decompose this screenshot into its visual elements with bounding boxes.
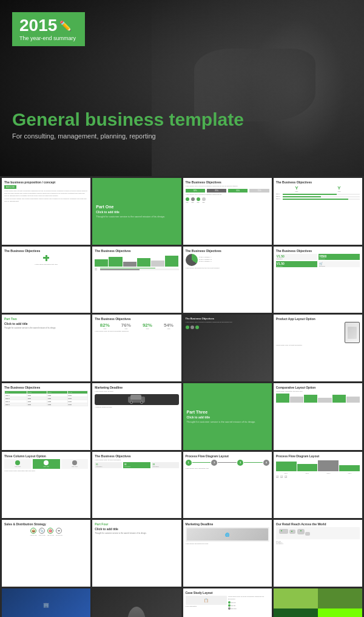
- slide-11-dot3: [195, 326, 199, 329]
- slide-3-text2: Lorem ipsum dolor sit amet consectetur a…: [186, 194, 269, 196]
- slide-10-stat3: 92% Value: [137, 322, 157, 329]
- slide-3-tag4: 75%: [249, 189, 269, 193]
- slide-17-footer: Lorem ipsum footer description text here…: [4, 470, 88, 472]
- part-three-sub: Thought for customer service is the sacr…: [187, 420, 268, 423]
- slide-23-img: 🌐: [186, 527, 269, 542]
- hero-main-title: General business template: [12, 109, 244, 130]
- hero-section: 2015 ✏️ The year-end summary General bus…: [0, 0, 364, 176]
- slide-1-body: Lorem ipsum dolor sit amet consectetur a…: [4, 190, 88, 197]
- slide-4-row2: Item 2: [276, 196, 282, 197]
- slide-1-body2: Ut enim ad minim veniam quis nostrud exe…: [4, 198, 88, 203]
- slide-6: The Business Objectives Item Item: [92, 247, 181, 313]
- slide-1-title: The business proposition / concept: [4, 180, 88, 184]
- slide-22-part-four: Part Four Click to add title Thought for…: [92, 520, 181, 587]
- slide-10-stat4: 54% Value: [158, 322, 178, 329]
- slide-24-map: [276, 527, 360, 539]
- slide-20-title: Process Flow Diagram Layout: [276, 454, 360, 458]
- slide-20-label4: Step 4: [340, 472, 360, 474]
- hero-title-block: General business template For consulting…: [12, 109, 244, 140]
- bar1: [95, 259, 108, 267]
- slide-10-stat1: 82% Value: [95, 322, 115, 329]
- slide-14-bottom: Additional detail text here.: [95, 406, 178, 408]
- slide-12-tablet: [345, 322, 360, 343]
- slide-7: The Business Objectives ● 35% Category A…: [183, 247, 272, 313]
- slide-16-body: Lorem ipsum description text goes here.: [276, 390, 360, 392]
- slide-13-table: Col A Col B Col C Col D Row 1DataDataDat…: [4, 390, 88, 406]
- slide-1-green-btn: Add to title: [4, 185, 16, 189]
- slide-16-title: Comparative Layout Option: [276, 386, 360, 389]
- slide-21-icon4: ❤ Add the Title: [56, 528, 62, 536]
- slide-11-title: The Business Objectives: [186, 317, 269, 320]
- slide-27: Case Study Layout 📋 Case description Lor…: [183, 588, 272, 617]
- slide-15-part-three: Part Three Click to add title Thought fo…: [183, 383, 272, 450]
- slide-17-title: Three Column Layout Option: [4, 454, 88, 458]
- slide-12-title: Product App Layout Option: [276, 317, 360, 321]
- bar3: [123, 262, 136, 267]
- slide-5-text: Lorem ipsum description text here: [4, 264, 88, 265]
- slide-3-icon4: Item: [202, 197, 206, 203]
- slide-13-title: The Business Objectives: [4, 386, 88, 389]
- slide-27-text2: Lorem ipsum dolor sit amet consectetur a…: [228, 596, 269, 600]
- slide-21-icon2: 📎 Add the Title: [39, 528, 46, 536]
- slide-10-body: Lorem ipsum dolor sit amet consectetur a…: [95, 330, 178, 333]
- slide-20-label1: Step 1: [276, 472, 296, 474]
- slide-4-stat1: Y: [276, 185, 317, 191]
- slide-13: The Business Objectives Col A Col B Col …: [2, 383, 90, 450]
- slide-14-body: Lorem ipsum dolor sit amet.: [95, 390, 178, 392]
- slide-27-icon3: Item three: [228, 607, 269, 610]
- slide-8-q3: V1.50 Description: [276, 261, 317, 267]
- slide-4-label1: Value: [276, 191, 317, 192]
- slide-17-col2: Item text: [33, 459, 60, 469]
- slide-27-icon2: Item two: [228, 604, 269, 607]
- slide-7-text: ● 35% Category A ● 45% Category B ● 20% …: [200, 256, 212, 263]
- slide-3-title: The Business Objectives: [186, 180, 269, 184]
- slide-12-body: Lorem ipsum dolor sit amet description.: [276, 344, 360, 346]
- part-two-sub: Thought for customer service is the sacr…: [4, 327, 88, 329]
- slide-19-node1: 1: [186, 460, 192, 466]
- slide-1: The business proposition / concept Add t…: [2, 178, 90, 245]
- slide-8: The Business Objectives V1.50 Descriptio…: [274, 247, 362, 313]
- slide-14-title: Marketing Deadline: [95, 386, 178, 389]
- hero-badge: 2015 ✏️ The year-end summary: [12, 12, 85, 46]
- slide-10: The Business Objectives 82% Value 76% Va…: [92, 315, 181, 381]
- slide-21-icon1: 📦 Add the Title: [30, 528, 36, 536]
- slide-21-title: Sales & Distribution Strategy: [4, 522, 88, 526]
- slide-3-icon2: Item: [191, 197, 195, 203]
- slide-27-icon1: Item one: [228, 601, 269, 604]
- slide-20-label3: Step 3: [318, 472, 339, 474]
- slide-4-stat2: Y: [318, 185, 360, 191]
- slide-26-figure: [127, 607, 146, 617]
- part-one-click-title: Click to add title: [96, 210, 177, 214]
- part-one-sub: Thought for customer service is the sacr…: [96, 215, 177, 218]
- bar2: [109, 257, 122, 267]
- slide-17-col3: Item text: [61, 459, 89, 469]
- slide-8-q2: YB00 Description: [318, 254, 360, 260]
- part-two-title: Click to add title: [4, 322, 88, 326]
- bar6: [165, 256, 178, 267]
- part-three-label: Part Three: [187, 410, 268, 414]
- slide-19-node3: 3: [237, 460, 243, 466]
- slide-3-tag3: 95%: [228, 189, 248, 193]
- bar5: [151, 261, 164, 267]
- slide-19-title: Process Flow Diagram Layout: [186, 454, 269, 458]
- slide-11: The Business Objectives Lorem ipsum dolo…: [183, 315, 272, 381]
- slide-17-col1: Item text: [4, 459, 32, 469]
- slide-9-part-two: Part Two Click to add title Thought for …: [2, 315, 90, 381]
- slide-3-icon1: Item: [186, 197, 189, 203]
- slide-8-q1: V1.50 Description: [276, 254, 317, 260]
- slide-14-car: [95, 394, 178, 405]
- bar4: [137, 258, 150, 267]
- part-one-label: Part One: [96, 205, 177, 209]
- slide-6-l2: Item: [95, 269, 99, 270]
- slide-2-part-one: Part One Click to add title Thought for …: [92, 178, 181, 245]
- slide-27-img: 📋: [186, 596, 227, 605]
- slide-18-body: Lorem ipsum dolor sit amet description.: [95, 459, 178, 461]
- slide-4: The Business Objectives Y Value Y Value …: [274, 178, 362, 245]
- slide-19-node2: 2: [211, 460, 217, 466]
- slide-16: Comparative Layout Option Lorem ipsum de…: [274, 383, 362, 450]
- slide-3-body: Lorem ipsum dolor sit amet consectetur a…: [186, 185, 269, 187]
- slide-18-item1: 01 Description: [95, 462, 122, 468]
- slide-18-item3: 03 Description: [152, 462, 179, 468]
- slide-23: Marketing Deadline 🌐 Lorem ipsum descrip…: [183, 520, 272, 587]
- slide-26-bg: [92, 588, 181, 617]
